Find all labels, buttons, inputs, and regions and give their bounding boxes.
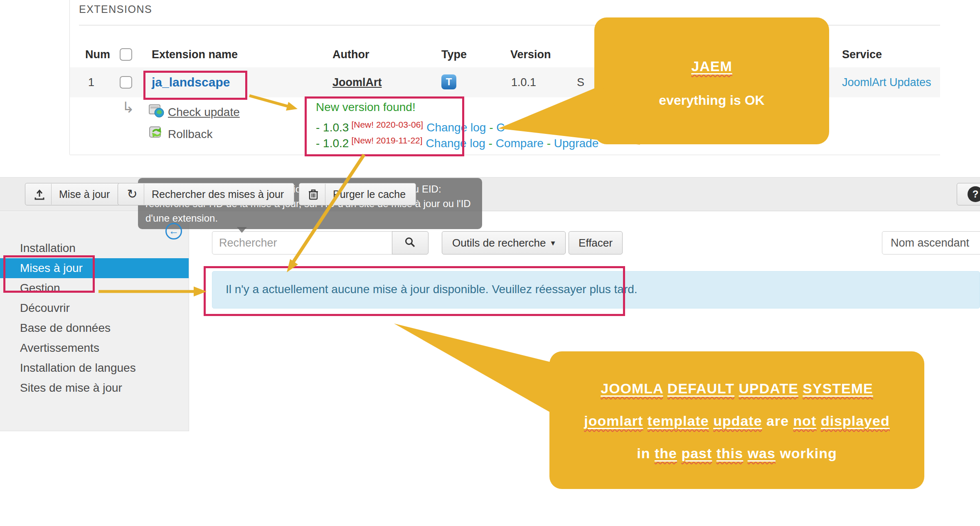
help-icon: ? bbox=[968, 186, 980, 202]
row-checkbox[interactable] bbox=[120, 76, 132, 89]
update-versions: - 1.0.3[New! 2020-03-06]Change log - C- … bbox=[316, 117, 598, 148]
col-header-version: Version bbox=[510, 42, 551, 67]
update-link[interactable]: Change log bbox=[426, 137, 485, 150]
annotation-callout-top: JAEM everything is OK bbox=[594, 17, 829, 144]
sub-arrow-icon: ↳ bbox=[122, 99, 134, 116]
sidebar-item-avertissements[interactable]: Avertissements bbox=[0, 338, 189, 358]
sidebar-item-mises-jour[interactable]: Mises à jour bbox=[0, 258, 189, 278]
find-updates-button[interactable]: ↻ Rechercher des mises à jour bbox=[118, 183, 294, 205]
col-header-type: Type bbox=[441, 42, 467, 67]
find-updates-button-label: Rechercher des mises à jour bbox=[144, 184, 291, 205]
check-update-icon bbox=[148, 104, 165, 120]
no-updates-alert: Il n'y a actuellement aucune mise à jour… bbox=[212, 271, 980, 309]
type-template-icon: T bbox=[441, 74, 456, 89]
sort-order-select[interactable]: Nom ascendant bbox=[882, 231, 980, 254]
col-header-service: Service bbox=[842, 42, 882, 67]
callout-bottom-line: joomlart template update are not display… bbox=[549, 413, 924, 429]
sidebar-menu: InstallationMises à jourGestionDécouvrir… bbox=[0, 212, 189, 398]
update-link[interactable]: Change log bbox=[426, 121, 486, 134]
page-title: EXTENSIONS bbox=[79, 3, 152, 15]
chevron-down-icon: ▾ bbox=[551, 238, 555, 248]
clear-cache-button-label: Purger le cache bbox=[325, 184, 413, 205]
update-link[interactable]: Upgrade bbox=[554, 137, 598, 150]
update-link[interactable]: C bbox=[496, 121, 505, 134]
update-button[interactable]: Mise à jour bbox=[25, 183, 120, 205]
clear-cache-button[interactable]: Purger le cache bbox=[299, 183, 416, 205]
trash-icon bbox=[302, 184, 325, 205]
check-update-link[interactable]: Check update bbox=[168, 106, 240, 119]
update-link[interactable]: Compare bbox=[496, 137, 544, 150]
extension-name-link[interactable]: ja_landscape bbox=[152, 67, 230, 97]
row-version: 1.0.1 bbox=[511, 67, 536, 97]
row-partial-value: S bbox=[577, 67, 584, 97]
col-header-extension-name: Extension name bbox=[152, 42, 238, 67]
sidebar-item-gestion[interactable]: Gestion bbox=[0, 278, 189, 298]
author-link[interactable]: JoomlArt bbox=[332, 67, 382, 97]
sidebar-item-d-couvrir[interactable]: Découvrir bbox=[0, 298, 189, 318]
search-icon bbox=[404, 236, 416, 250]
callout-top-body: everything is OK bbox=[594, 93, 829, 108]
clear-button[interactable]: Effacer bbox=[569, 231, 623, 254]
search-input[interactable] bbox=[212, 231, 392, 254]
rollback-link[interactable]: Rollback bbox=[168, 128, 212, 141]
col-header-author: Author bbox=[332, 42, 369, 67]
callout-bottom-tail bbox=[394, 324, 553, 414]
search-button[interactable] bbox=[392, 231, 428, 254]
sidebar-item-base-de-donn-es[interactable]: Base de données bbox=[0, 318, 189, 338]
sidebar-item-installation-de-langues[interactable]: Installation de langues bbox=[0, 358, 189, 378]
clear-button-label: Effacer bbox=[579, 237, 613, 249]
update-button-label: Mise à jour bbox=[52, 184, 117, 205]
refresh-icon: ↻ bbox=[121, 184, 144, 205]
update-info-title: New version found! bbox=[316, 101, 598, 114]
callout-bottom-line: JOOMLA DEFAULT UPDATE SYSTEME bbox=[549, 380, 924, 397]
search-tools-button[interactable]: Outils de recherche ▾ bbox=[442, 231, 566, 254]
service-link[interactable]: JoomlArt Updates bbox=[842, 67, 931, 97]
sidebar-item-sites-de-mise-jour[interactable]: Sites de mise à jour bbox=[0, 378, 189, 398]
screen: EXTENSIONS Num Extension name Author Typ… bbox=[0, 0, 980, 526]
select-all-checkbox[interactable] bbox=[120, 48, 132, 61]
rollback-icon bbox=[148, 126, 165, 141]
callout-top-title: JAEM bbox=[594, 58, 829, 74]
row-num: 1 bbox=[88, 67, 94, 97]
search-tooltip-arrow bbox=[237, 227, 247, 233]
alert-message: Il n'y a actuellement aucune mise à jour… bbox=[226, 272, 980, 307]
col-header-num: Num bbox=[85, 42, 110, 67]
upload-icon bbox=[28, 184, 52, 205]
sidebar-item-installation[interactable]: Installation bbox=[0, 238, 189, 258]
callout-bottom-line: in the past this was working bbox=[549, 445, 924, 462]
update-info: New version found! - 1.0.3[New! 2020-03-… bbox=[316, 101, 598, 148]
sidebar: InstallationMises à jourGestionDécouvrir… bbox=[0, 212, 189, 431]
search-tools-label: Outils de recherche bbox=[452, 237, 546, 249]
annotation-callout-bottom: JOOMLA DEFAULT UPDATE SYSTEME joomlart t… bbox=[549, 351, 924, 489]
help-button[interactable]: ? bbox=[957, 183, 980, 205]
back-arrow-icon[interactable]: ← bbox=[165, 223, 182, 240]
